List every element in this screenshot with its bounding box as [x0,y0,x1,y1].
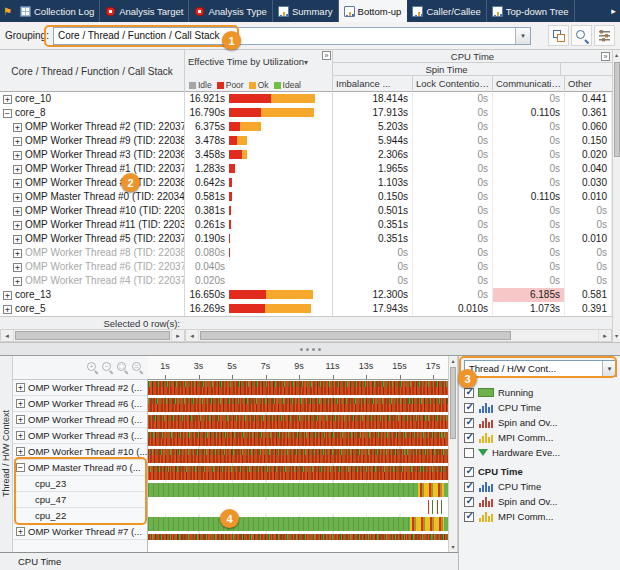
table-row[interactable]: +OMP Worker Thread #11 (TID: 220388)0.26… [0,218,612,232]
scrollbar-thumb[interactable] [200,331,511,340]
table-row[interactable]: +OMP Worker Thread #3 (TID: 220369)3.458… [0,148,612,162]
legend-item-mpi-comm[interactable]: MPI Comm... [464,509,617,524]
table-row[interactable]: +OMP Worker Thread #7 (TID: 220381)0.642… [0,176,612,190]
legend-item-hardware-eve[interactable]: Hardware Eve... [464,445,617,460]
scroll-down-icon[interactable]: ▾ [449,542,457,552]
timeline-row-label[interactable]: −OMP Master Thread #0 (... [13,460,147,476]
legend-item-mpi-comm[interactable]: MPI Comm... [464,430,617,445]
timeline-ruler[interactable]: 1s3s5s7s9s11s13s15s17s [148,356,448,380]
column-group-spin-time[interactable]: Spin Time [333,63,561,76]
column-header-other[interactable]: Other [565,76,612,92]
tab-analysis-target[interactable]: Analysis Target [100,0,189,22]
checkbox[interactable] [464,497,474,507]
table-row[interactable]: +OMP Worker Thread #2 (TID: 220371)6.375… [0,120,612,134]
timeline-row-label[interactable]: cpu_23 [13,476,147,492]
timeline-row[interactable] [148,517,448,533]
checkbox[interactable] [464,418,474,428]
timeline-row-label[interactable]: +OMP Worker Thread #0 (... [13,412,147,428]
table-row[interactable]: +OMP Worker Thread #5 (TID: 220376)0.190… [0,232,612,246]
table-row[interactable]: −core_816.790s17.913s0s0.110s0.361 [0,106,612,120]
expand-icon[interactable]: + [16,447,25,456]
legend-item-spin-and-ov[interactable]: Spin and Ov... [464,494,617,509]
scroll-up-icon[interactable]: ▴ [613,50,620,61]
expand-column-icon[interactable]: » [322,51,331,60]
timeline-plot-area[interactable] [148,380,448,552]
configure-columns-button[interactable] [594,25,615,46]
scroll-up-icon[interactable]: ▴ [449,356,457,366]
expand-icon[interactable]: + [13,179,22,188]
expand-column-icon[interactable]: » [601,52,610,61]
table-row[interactable]: +OMP Master Thread #0 (TID: 220349)0.581… [0,190,612,204]
checkbox[interactable] [464,512,474,522]
tab-collection-log[interactable]: Collection Log [15,0,100,22]
checkbox[interactable] [464,433,474,443]
legend-group-cpu-time[interactable]: CPU Time [464,464,617,479]
expand-icon[interactable]: + [16,431,25,440]
table-row[interactable]: +OMP Worker Thread #9 (TID: 220384)3.478… [0,134,612,148]
column-header-effective-time[interactable]: Effective Time by Utilization▾ » IdlePoo… [185,50,333,92]
zoom-in-icon[interactable]: + [87,362,99,374]
scroll-right-icon[interactable]: ▸ [598,330,611,341]
expand-icon[interactable]: + [13,277,22,286]
expand-icon[interactable]: + [16,383,25,392]
timeline-row-label[interactable]: +OMP Worker Thread #6 (... [13,396,147,412]
legend-item-cpu-time[interactable]: CPU Time [464,400,617,415]
expand-icon[interactable]: + [13,151,22,160]
grid-hscrollbar[interactable]: ◂ ▸ [185,329,612,342]
expand-icon[interactable]: + [3,95,12,104]
tab-scroll-arrow-icon[interactable]: ▸ [607,0,620,22]
checkbox[interactable] [464,467,474,477]
timeline-row[interactable] [148,381,448,397]
timeline-row-label[interactable]: +OMP Worker Thread #7 (... [13,524,147,540]
chevron-down-icon[interactable]: ▾ [602,361,616,376]
checkbox[interactable] [464,403,474,413]
legend-item-cpu-time[interactable]: CPU Time [464,479,617,494]
checkbox[interactable] [464,482,474,492]
timeline-row[interactable] [148,449,448,465]
zoom-out-icon[interactable]: − [102,362,114,374]
custom-grouping-button[interactable] [548,25,569,46]
checkbox[interactable] [464,448,474,458]
timeline-vscrollbar[interactable]: ▴ ▾ [448,356,458,552]
expand-icon[interactable]: + [3,305,12,314]
expand-icon[interactable]: + [13,123,22,132]
expand-icon[interactable]: + [16,399,25,408]
expand-icon[interactable]: + [13,165,22,174]
expand-icon[interactable]: + [13,235,22,244]
scrollbar-thumb[interactable] [15,331,170,340]
table-row[interactable]: +OMP Worker Thread #6 (TID: 220379)0.040… [0,260,612,274]
zoom-reset-icon[interactable]: = [132,362,144,374]
timeline-row-label[interactable]: cpu_47 [13,492,147,508]
timeline-row[interactable] [148,398,448,414]
checkbox[interactable] [464,388,474,398]
expand-icon[interactable]: + [13,193,22,202]
collapse-icon[interactable]: − [16,463,25,472]
scroll-left-icon[interactable]: ◂ [1,330,14,341]
expand-icon[interactable]: + [3,291,12,300]
table-row[interactable]: +core_516.269s17.943s0.010s1.073s0.391 [0,302,612,316]
grouping-select[interactable]: Core / Thread / Function / Call Stack ▾ [53,27,531,45]
search-button[interactable] [571,25,592,46]
tab-bottom-up[interactable]: Bottom-up [339,0,408,22]
grid-vscrollbar[interactable]: ▴ ▾ [612,50,620,342]
timeline-view-select[interactable]: Thread / H/W Cont... ▾ [464,360,617,377]
scroll-right-icon[interactable]: ▸ [171,330,184,341]
column-header-lock-contention[interactable]: Lock Contention ... [413,76,493,92]
collapse-icon[interactable]: − [3,109,12,118]
expand-icon[interactable]: + [13,249,22,258]
expand-icon[interactable]: + [16,527,25,536]
tab-summary[interactable]: Summary [273,0,339,22]
expand-icon[interactable]: + [13,137,22,146]
timeline-row-label[interactable]: +OMP Worker Thread #2 (... [13,380,147,396]
legend-item-spin-and-ov[interactable]: Spin and Ov... [464,415,617,430]
table-row[interactable]: +core_1316.650s12.300s0s6.185s0.581 [0,288,612,302]
table-row[interactable]: +OMP Worker Thread #1 (TID: 220372)1.283… [0,162,612,176]
timeline-row-label[interactable]: +OMP Worker Thread #3 (... [13,428,147,444]
timeline-row[interactable] [148,466,448,482]
expand-icon[interactable]: + [13,207,22,216]
tree-hscrollbar[interactable]: ◂ ▸ [0,329,185,342]
scroll-down-icon[interactable]: ▾ [613,331,620,342]
expand-icon[interactable]: + [13,263,22,272]
timeline-row[interactable] [148,432,448,448]
table-row[interactable]: +OMP Worker Thread #10 (TID: 220386)0.38… [0,204,612,218]
